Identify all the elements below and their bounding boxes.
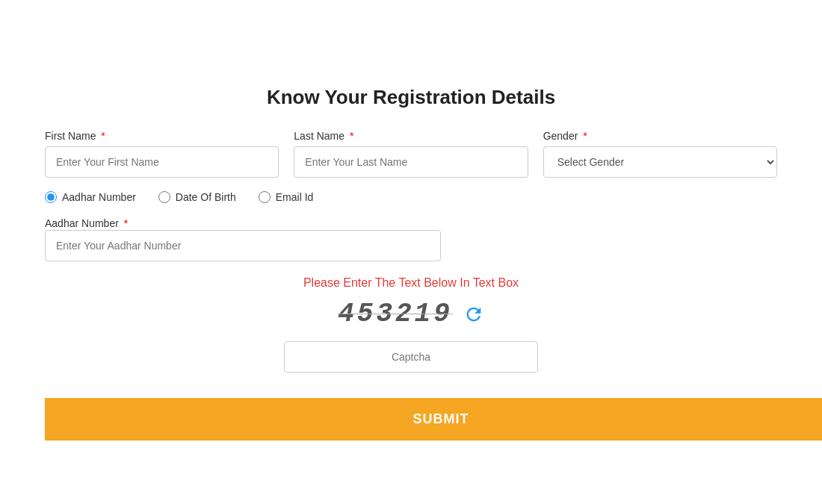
captcha-input[interactable] bbox=[284, 341, 538, 373]
first-name-group: First Name * bbox=[45, 130, 279, 178]
submit-bar: SUBMIT bbox=[45, 391, 822, 441]
radio-aadhar-input[interactable] bbox=[45, 191, 57, 203]
aadhar-required: * bbox=[124, 217, 128, 229]
submit-button[interactable]: SUBMIT bbox=[45, 398, 822, 441]
captcha-code: 453219 bbox=[338, 299, 453, 329]
gender-select[interactable]: Select Gender Male Female Other bbox=[543, 146, 777, 178]
last-name-input[interactable] bbox=[294, 146, 528, 178]
gender-group: Gender * Select Gender Male Female Other bbox=[543, 130, 777, 178]
identity-radio-group: Aadhar Number Date Of Birth Email Id bbox=[45, 191, 777, 203]
last-name-label: Last Name * bbox=[294, 130, 528, 142]
radio-aadhar-label[interactable]: Aadhar Number bbox=[45, 191, 136, 203]
gender-required: * bbox=[583, 130, 587, 142]
refresh-icon bbox=[463, 304, 484, 325]
radio-aadhar-text: Aadhar Number bbox=[62, 191, 136, 203]
personal-details-row: First Name * Last Name * Gender * Select… bbox=[45, 130, 777, 178]
last-name-required: * bbox=[350, 130, 353, 142]
radio-dob-input[interactable] bbox=[158, 191, 170, 203]
aadhar-input-wrapper bbox=[45, 230, 441, 261]
aadhar-section: Aadhar Number * bbox=[45, 217, 777, 261]
radio-email-text: Email Id bbox=[276, 191, 314, 203]
last-name-group: Last Name * bbox=[294, 130, 528, 178]
page-title: Know Your Registration Details bbox=[45, 86, 777, 109]
radio-email-label[interactable]: Email Id bbox=[259, 191, 314, 203]
aadhar-label: Aadhar Number * bbox=[45, 217, 128, 229]
captcha-refresh-button[interactable] bbox=[463, 304, 484, 325]
radio-dob-label[interactable]: Date Of Birth bbox=[158, 191, 236, 203]
first-name-label: First Name * bbox=[45, 130, 279, 142]
first-name-required: * bbox=[101, 130, 105, 142]
captcha-section: Please Enter The Text Below In Text Box … bbox=[45, 276, 777, 373]
captcha-prompt: Please Enter The Text Below In Text Box bbox=[303, 276, 519, 290]
radio-dob-text: Date Of Birth bbox=[176, 191, 236, 203]
gender-label: Gender * bbox=[543, 130, 777, 142]
aadhar-input[interactable] bbox=[45, 230, 441, 261]
captcha-input-wrapper bbox=[284, 341, 538, 373]
radio-email-input[interactable] bbox=[259, 191, 271, 203]
captcha-image-row: 453219 bbox=[338, 299, 484, 329]
first-name-input[interactable] bbox=[45, 146, 279, 178]
